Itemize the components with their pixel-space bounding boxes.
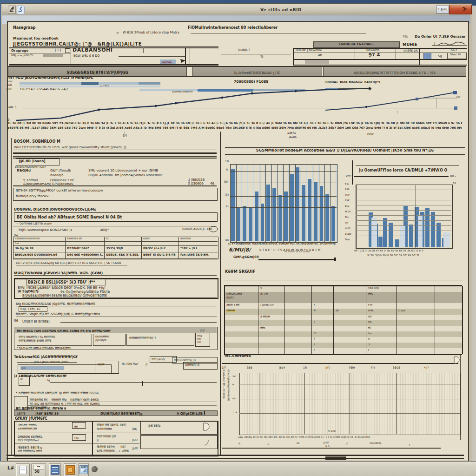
start-glyph[interactable]: L# [7,465,14,470]
report-document: SUbGEGRSTA|RT9?/A'P|UP|GG Tu./b6me6TG9GT… [7,21,469,462]
tab-segment-3[interactable]: A|G&|UGG@M&T6TT6TTT[9|GM GT&6G.B T& | T6… [323,67,466,76]
app-window: Ve rtllls ad oBID 1 §|-6| SUbGEGRSTA|RT9… [1,3,472,462]
window-icon-s[interactable] [17,6,25,14]
photo3409-icon: 3409 [79,465,88,474]
taskbar-button-num58[interactable]: ≡≡58 [31,463,46,476]
taskbar-button-blue[interactable] [49,463,61,476]
taskbar-button-page[interactable] [16,463,30,476]
window-titlebar[interactable]: Ve rtllls ad oBID 1 §|-6| [2,4,470,15]
tab-label: Tu./b6me6TG9GTB&&S: J |TC [234,71,280,75]
speaker-blob-icon[interactable] [92,466,98,472]
desktop-right-strip [472,6,476,476]
taskbar[interactable]: L#≡≡583409 [0,461,476,476]
tab-band: SUbGEGRSTA|RT9?/A'P|UP|GG Tu./b6me6TG9GT… [8,66,466,77]
orange-app-icon [66,465,75,475]
window-title: Ve rtllls ad oBID [260,7,302,12]
tab-label: A|G&|UGG@M&T6TT6TTT[9|GM GT&6G.B T& | T6… [354,71,436,75]
taskbar-button-num3409[interactable]: 3409 [78,463,89,476]
blue-doc-icon [51,465,60,475]
taskbar-button-orange[interactable] [64,463,76,476]
tab-label: SUbGEGRSTA|RT9?/A'P|UP|GG [66,71,128,75]
close-icon [450,5,471,14]
tab-segment-2[interactable]: Tu./b6me6TG9GTB&&S: J |TC [192,67,322,76]
tab-segment-1[interactable]: SUbGEGRSTA|RT9?/A'P|UP|GG [8,67,187,76]
close-button[interactable] [449,5,472,14]
desktop: Ve rtllls ad oBID 1 §|-6| SUbGEGRSTA|RT9… [0,0,476,476]
titlebar-small-button[interactable]: 1 §|-6| [436,6,449,13]
window-icon-quill [8,6,16,13]
page-icon [19,466,26,474]
